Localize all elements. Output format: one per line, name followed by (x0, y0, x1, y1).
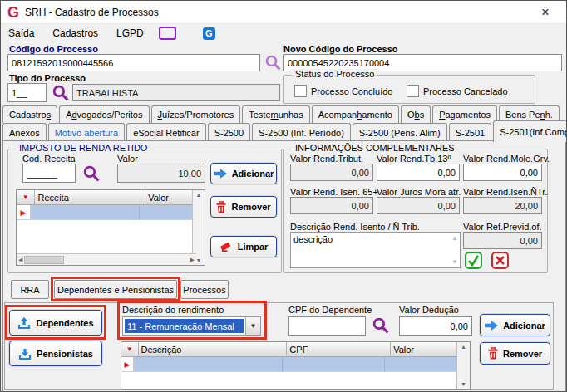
remover-dependente-label: Remover (503, 349, 542, 359)
tab-s2500-inf-periodo[interactable]: S-2500 (Inf. Período) (252, 123, 351, 141)
col-cpf[interactable]: CPF (287, 342, 391, 357)
scroll-down-icon[interactable]: ▼ (461, 381, 466, 387)
valor-ref-previd-label: Valor Ref.Previd.of. (463, 222, 542, 232)
descricao-rend-isento-textarea[interactable]: descrição ▲▼ (290, 232, 461, 268)
novo-codigo-label: Novo Código do Processo (284, 44, 398, 54)
receita-grid-selected-row[interactable]: ▶ (17, 205, 205, 220)
menu-lgpd[interactable]: LGPD (116, 27, 144, 39)
tab-obs[interactable]: Obs (401, 105, 431, 123)
tab-cadastros[interactable]: Cadastros (2, 105, 57, 123)
tab-esocial-retificar[interactable]: eSocial Retificar (126, 123, 205, 141)
remover-dependente-button[interactable]: Remover (480, 342, 550, 365)
cod-receita-input[interactable]: ______ (22, 164, 76, 183)
tab-s2501-inf-compl[interactable]: S-2501(Inf.Compl) (493, 120, 567, 142)
rendimento-selected-value: 11 - Remuneração Mensal (125, 319, 244, 333)
valor-rend-tribut-label: Valor Rend.Tribut. (290, 154, 363, 164)
close-button[interactable]: × (531, 1, 560, 24)
tab-acompanhamento[interactable]: Acompanhamento (312, 105, 399, 123)
scroll-down-icon[interactable]: ▼ (196, 257, 202, 263)
scroll-down-icon[interactable]: ▼ (451, 258, 458, 266)
status-processo-title: Status do Processo (292, 69, 377, 79)
cancel-x-button[interactable] (491, 252, 509, 269)
eraser-icon (219, 241, 233, 252)
dependentes-grid[interactable]: ▼ Descrição CPF Valor ▶ ▲ ▼ (121, 341, 471, 390)
g-app-icon[interactable]: G (203, 27, 215, 40)
col-receita[interactable]: Receita (35, 190, 145, 205)
subtab-rra[interactable]: RRA (11, 280, 49, 299)
tab-anexos[interactable]: Anexos (2, 123, 47, 141)
valor-ref-previd-field: 0,00 (463, 232, 542, 249)
checkbox-processo-cancelado[interactable] (407, 85, 419, 97)
current-row-icon: ▶ (17, 205, 31, 220)
chevron-down-icon[interactable]: ▼ (245, 317, 260, 335)
subtab-processos[interactable]: Processos (180, 280, 229, 299)
descricao-rend-isento-label: Descrição Rend. Isento / Ñ Trib. (290, 222, 420, 232)
dependentes-button[interactable]: Dependentes (9, 310, 102, 336)
scroll-up-icon[interactable]: ▲ (461, 344, 466, 350)
trash-icon (216, 201, 226, 213)
search-icon-cpf[interactable] (372, 316, 390, 335)
scroll-right-icon[interactable]: ▶ (190, 257, 195, 263)
tab-pagamentos[interactable]: Pagamentos (432, 105, 497, 123)
cpf-dependente-input[interactable] (288, 316, 366, 336)
dependentes-button-label: Dependentes (36, 318, 93, 328)
tab-s2500[interactable]: S-2500 (208, 123, 250, 141)
menu-cadastros[interactable]: Cadastros (52, 27, 98, 39)
scroll-up-icon[interactable]: ▲ (196, 192, 202, 198)
tipo-processo-code-input[interactable]: 1__ (7, 83, 47, 102)
row-marker-header-icon: ▼ (17, 190, 35, 205)
adicionar-receita-button[interactable]: Adicionar (210, 163, 277, 184)
tab-motivo-abertura[interactable]: Motivo abertura (48, 123, 125, 141)
scroll-up-icon[interactable]: ▲ (451, 234, 458, 242)
textarea-scroll-arrows[interactable]: ▲▼ (451, 234, 458, 266)
col-descricao[interactable]: Descrição (139, 342, 288, 357)
monitor-icon[interactable] (159, 27, 176, 40)
receita-grid[interactable]: ▼ Receita Valor ▶ ▲ ▼ ◀ ▶ (16, 189, 205, 266)
arrow-right-icon (485, 321, 498, 331)
menu-saida[interactable]: Saída (8, 27, 34, 39)
valor-juros-mora-field: 0,00 (377, 197, 460, 214)
scroll-left-icon[interactable]: ◀ (18, 257, 22, 263)
valor-rend-mole-grv-input[interactable]: 0,00 (463, 164, 542, 181)
receita-grid-header: ▼ Receita Valor (17, 190, 205, 205)
adicionar-receita-label: Adicionar (232, 169, 274, 179)
descricao-rendimento-combobox[interactable]: 11 - Remuneração Mensal ▼ (122, 316, 261, 336)
arrow-right-icon (214, 169, 227, 179)
tab-s2500-pens-alim[interactable]: S-2500 (Pens. Alim) (353, 123, 447, 141)
subtab-dependentes-pensionistas[interactable]: Dependentes e Pensionistas (54, 280, 177, 299)
app-logo-icon: G (7, 5, 19, 20)
pensionistas-button-label: Pensionistas (37, 349, 93, 359)
remover-receita-button[interactable]: Remover (210, 196, 277, 218)
processo-concluido-label: Processo Concluído (311, 86, 392, 96)
confirm-check-button[interactable] (465, 252, 482, 269)
checkbox-processo-concluido[interactable] (294, 85, 307, 97)
upload-icon (17, 316, 31, 330)
dependentes-grid-vscrollbar[interactable]: ▲ ▼ (456, 342, 470, 389)
tab-testemunhas[interactable]: Testemunhas (242, 105, 309, 123)
limpar-button[interactable]: Limpar (210, 236, 277, 257)
valor-juros-mora-label: Valor Juros Mora atr. (377, 187, 461, 197)
valor-rend-isen-ntr-field: 20,00 (463, 197, 542, 214)
imposto-renda-title: IMPOSTO DE RENDA RETIDO (16, 143, 150, 153)
pensionistas-button[interactable]: Pensionistas (9, 341, 102, 366)
row-marker-header-icon: ▼ (121, 342, 139, 357)
hscroll-thumb[interactable] (24, 256, 64, 264)
dependentes-grid-selected-row[interactable]: ▶ (121, 357, 470, 372)
valor-rend-isen65-label: Valor Rend. Isen. 65+ (290, 187, 378, 197)
adicionar-dependente-button[interactable]: Adicionar (480, 314, 550, 336)
valor-rend-tb13-input[interactable]: 0,00 (377, 164, 460, 181)
cod-receita-label: Cod. Receita (22, 154, 76, 164)
tab-row-1: Cadastros Advogados/Peritos Juízes/Promo… (2, 105, 561, 123)
search-icon-codigo[interactable] (264, 54, 282, 71)
descricao-rendimento-label: Descrição do rendimento (122, 305, 224, 315)
tab-juizes-promotores[interactable]: Juízes/Promotores (151, 105, 241, 123)
search-icon-tipo[interactable] (52, 84, 70, 102)
current-row-icon: ▶ (121, 357, 134, 372)
codigo-processo-label: Código do Processo (9, 44, 98, 54)
receita-grid-hscrollbar[interactable]: ◀ ▶ (17, 253, 196, 265)
search-icon-receita[interactable] (82, 164, 101, 183)
valor-deducao-input[interactable]: 0,00 (399, 316, 472, 336)
tab-advogados-peritos[interactable]: Advogados/Peritos (59, 105, 149, 123)
tab-s2501[interactable]: S-2501 (449, 123, 491, 141)
codigo-processo-input[interactable]: 08121592019000445566 (7, 54, 260, 71)
